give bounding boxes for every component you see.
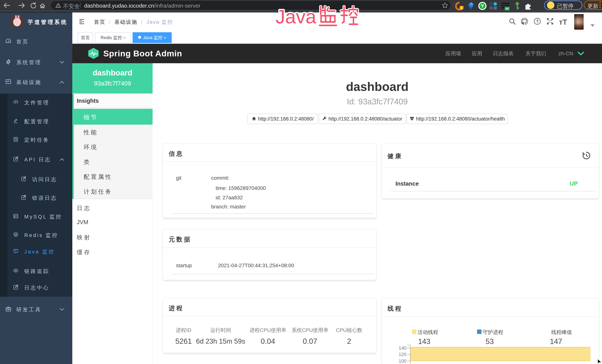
svg-text:on: on — [505, 7, 509, 10]
svg-text:1: 1 — [461, 6, 462, 10]
svg-text:Java: Java — [276, 6, 316, 27]
